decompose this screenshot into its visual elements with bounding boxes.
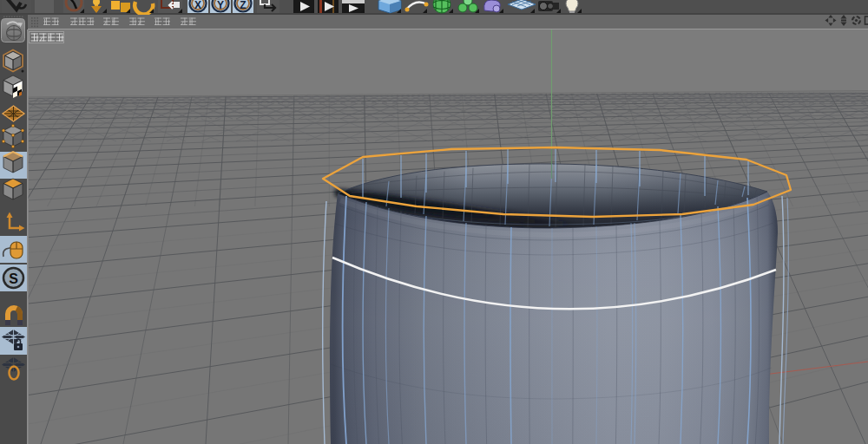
svg-text:Y: Y	[217, 0, 224, 11]
svg-text:X: X	[194, 0, 201, 11]
svg-text:S: S	[9, 271, 18, 286]
svg-text:Z: Z	[240, 0, 246, 11]
